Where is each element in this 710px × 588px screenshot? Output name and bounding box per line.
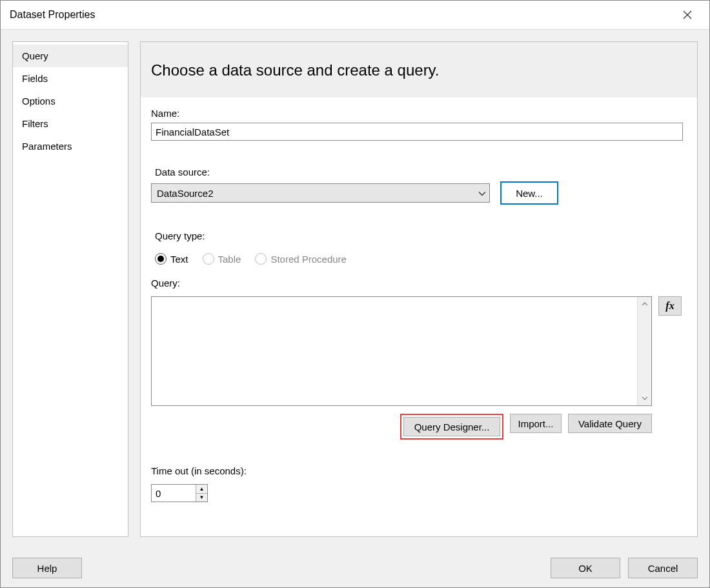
timeout-spinner: ▲ ▼	[151, 484, 208, 502]
cancel-button[interactable]: Cancel	[628, 558, 698, 578]
scroll-down-icon	[638, 391, 651, 405]
sidebar-item-query[interactable]: Query	[13, 45, 128, 67]
panel-heading: Choose a data source and create a query.	[141, 42, 697, 97]
radio-circle-icon	[255, 253, 267, 265]
datasource-select[interactable]: DataSource2	[151, 183, 490, 203]
sidebar-item-label: Query	[22, 50, 48, 61]
query-label: Query:	[151, 278, 687, 289]
query-textarea-container	[151, 296, 652, 406]
scrollbar[interactable]	[637, 297, 651, 405]
radio-stored-procedure[interactable]: Stored Procedure	[255, 253, 347, 265]
timeout-label: Time out (in seconds):	[151, 465, 687, 476]
caret-up-icon: ▲	[199, 486, 205, 492]
radio-table[interactable]: Table	[203, 253, 241, 265]
caret-down-icon: ▼	[199, 494, 205, 500]
dialog-body: Query Fields Options Filters Parameters …	[1, 30, 709, 549]
name-label: Name:	[151, 108, 687, 119]
datasource-value: DataSource2	[157, 188, 214, 199]
import-button[interactable]: Import...	[510, 414, 562, 433]
timeout-up-button[interactable]: ▲	[196, 485, 207, 493]
sidebar-item-options[interactable]: Options	[13, 90, 128, 112]
validate-query-button[interactable]: Validate Query	[568, 414, 652, 433]
radio-label: Table	[218, 254, 241, 265]
sidebar-item-filters[interactable]: Filters	[13, 112, 128, 135]
name-input[interactable]	[151, 123, 683, 141]
main-panel: Choose a data source and create a query.…	[140, 41, 698, 537]
ok-button[interactable]: OK	[551, 558, 620, 578]
radio-label: Text	[170, 254, 188, 265]
radio-circle-icon	[155, 253, 167, 265]
sidebar-item-fields[interactable]: Fields	[13, 67, 128, 90]
sidebar-item-parameters[interactable]: Parameters	[13, 135, 128, 157]
query-textarea[interactable]	[152, 297, 637, 405]
panel-content: Name: Data source: DataSource2 New...	[141, 97, 697, 536]
sidebar-item-label: Fields	[22, 73, 48, 84]
new-datasource-button[interactable]: New...	[500, 181, 558, 205]
timeout-input[interactable]	[152, 485, 196, 502]
fx-icon: fx	[665, 300, 674, 312]
radio-text[interactable]: Text	[155, 253, 188, 265]
scroll-up-icon	[638, 297, 651, 311]
datasource-label: Data source:	[155, 167, 687, 177]
close-icon	[683, 10, 692, 19]
expression-button[interactable]: fx	[658, 296, 682, 316]
sidebar: Query Fields Options Filters Parameters	[12, 41, 128, 537]
radio-label: Stored Procedure	[270, 254, 347, 265]
dialog-title: Dataset Properties	[10, 9, 674, 21]
sidebar-item-label: Options	[22, 96, 56, 106]
timeout-down-button[interactable]: ▼	[196, 493, 207, 502]
dataset-properties-dialog: Dataset Properties Query Fields Options …	[0, 0, 710, 588]
dialog-footer: Help OK Cancel	[1, 549, 709, 587]
querytype-label: Query type:	[155, 230, 687, 241]
radio-circle-icon	[203, 253, 214, 265]
titlebar: Dataset Properties	[1, 1, 709, 30]
sidebar-item-label: Filters	[22, 118, 48, 129]
query-designer-highlight: Query Designer...	[400, 414, 503, 440]
help-button[interactable]: Help	[12, 558, 82, 578]
sidebar-item-label: Parameters	[22, 141, 72, 152]
query-designer-button[interactable]: Query Designer...	[403, 417, 500, 436]
close-button[interactable]	[674, 2, 700, 28]
